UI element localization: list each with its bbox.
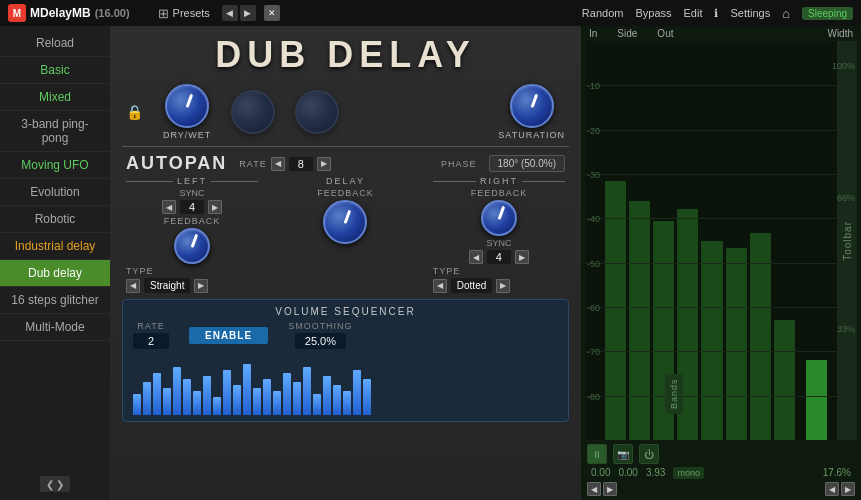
screenshot-button[interactable]: 📷 xyxy=(613,444,633,464)
nav-pair-right: ◀ ▶ xyxy=(825,482,855,496)
left-type-value[interactable]: Straight xyxy=(144,278,190,293)
sidebar-item-moving-ufo[interactable]: Moving UFO xyxy=(0,152,110,179)
rate-value[interactable]: 8 xyxy=(289,157,313,171)
left-feedback-knob[interactable] xyxy=(174,228,210,264)
seq-bar-22[interactable] xyxy=(353,370,361,415)
seq-bar-18[interactable] xyxy=(313,394,321,415)
seq-bar-16[interactable] xyxy=(293,382,301,415)
left-sync-value[interactable]: 4 xyxy=(180,200,204,214)
seq-bar-8[interactable] xyxy=(213,397,221,415)
right-header: RIGHT xyxy=(433,176,565,186)
bypass-button[interactable]: Bypass xyxy=(635,7,671,19)
seq-bar-23[interactable] xyxy=(363,379,371,415)
seq-bar-13[interactable] xyxy=(263,379,271,415)
rate-next-button[interactable]: ▶ xyxy=(317,157,331,171)
phase-value-button[interactable]: 180° (50.0%) xyxy=(489,155,565,172)
right-type-prev[interactable]: ◀ xyxy=(433,279,447,293)
right-sync-value-row: ◀ 4 ▶ xyxy=(433,250,565,264)
seq-bar-15[interactable] xyxy=(283,373,291,415)
presets-button[interactable]: ⊞ Presets xyxy=(158,6,210,21)
seq-bar-9[interactable] xyxy=(223,370,231,415)
nav-pair-left: ◀ ▶ xyxy=(587,482,617,496)
sidebar-scroll-button[interactable]: ❮ ❯ xyxy=(40,476,70,492)
edit-button[interactable]: Edit xyxy=(684,7,703,19)
seq-bar-19[interactable] xyxy=(323,376,331,415)
analyzer-nav-right[interactable]: ▶ xyxy=(603,482,617,496)
right-sync-prev[interactable]: ◀ xyxy=(469,250,483,264)
seq-bar-12[interactable] xyxy=(253,388,261,415)
right-sync-next[interactable]: ▶ xyxy=(515,250,529,264)
seq-bar-4[interactable] xyxy=(173,367,181,415)
home-icon[interactable]: ⌂ xyxy=(782,6,790,21)
seq-bar-20[interactable] xyxy=(333,385,341,415)
seq-bar-14[interactable] xyxy=(273,391,281,415)
left-type-next[interactable]: ▶ xyxy=(194,279,208,293)
seq-bar-3[interactable] xyxy=(163,388,171,415)
seq-bar-0[interactable] xyxy=(133,394,141,415)
seq-bar-10[interactable] xyxy=(233,385,241,415)
left-header: LEFT xyxy=(126,176,258,186)
sidebar-item-multimode[interactable]: Multi-Mode xyxy=(0,314,110,341)
grid-line-1 xyxy=(585,130,857,131)
knob-ghost-2[interactable] xyxy=(295,90,339,134)
saturation-knob[interactable] xyxy=(510,84,554,128)
sidebar-item-dub-delay[interactable]: Dub delay xyxy=(0,260,110,287)
power-button[interactable]: ⏻ xyxy=(639,444,659,464)
left-type-prev[interactable]: ◀ xyxy=(126,279,140,293)
seq-bar-7[interactable] xyxy=(203,376,211,415)
dry-wet-label: DRY/WET xyxy=(163,130,211,140)
seq-bar-11[interactable] xyxy=(243,364,251,415)
seq-bar-1[interactable] xyxy=(143,382,151,415)
seq-bar-17[interactable] xyxy=(303,367,311,415)
nav-prev-button[interactable]: ◀ xyxy=(222,5,238,21)
top-bar-right: Random Bypass Edit ℹ Settings ⌂ Sleeping xyxy=(582,6,853,21)
analyzer-nav-left2[interactable]: ◀ xyxy=(825,482,839,496)
top-bar: M MDelayMB (16.00) ⊞ Presets ◀ ▶ ✕ Rando… xyxy=(0,0,861,26)
sidebar-item-3band[interactable]: 3-band ping-pong xyxy=(0,111,110,152)
pause-button[interactable]: ⏸ xyxy=(587,444,607,464)
seq-bar-2[interactable] xyxy=(153,373,161,415)
random-button[interactable]: Random xyxy=(582,7,624,19)
seq-bar-6[interactable] xyxy=(193,391,201,415)
left-sync-row: SYNC xyxy=(126,188,258,198)
close-button[interactable]: ✕ xyxy=(264,5,280,21)
seq-rate-value[interactable]: 2 xyxy=(133,333,169,349)
nav-next-button[interactable]: ▶ xyxy=(240,5,256,21)
knob-ghost-1[interactable] xyxy=(231,90,275,134)
sidebar-item-basic[interactable]: Basic xyxy=(0,57,110,84)
sidebar-item-robotic[interactable]: Robotic xyxy=(0,206,110,233)
seq-smoothing-value[interactable]: 25.0% xyxy=(295,333,346,349)
grid-label-0: -10 xyxy=(587,81,600,91)
analyzer-controls-row: ⏸ 📷 ⏻ Bands xyxy=(587,444,855,464)
analyzer-nav-left[interactable]: ◀ xyxy=(587,482,601,496)
settings-button[interactable]: Settings xyxy=(730,7,770,19)
rate-prev-button[interactable]: ◀ xyxy=(271,157,285,171)
grid-line-0 xyxy=(585,85,857,86)
seq-bars xyxy=(133,355,558,415)
analyzer-values: 0.00 0.00 3.93 mono 17.6% xyxy=(587,467,855,479)
right-feedback-knob[interactable] xyxy=(481,200,517,236)
right-type-value[interactable]: Dotted xyxy=(451,278,492,293)
enable-button[interactable]: ENABLE xyxy=(189,327,268,344)
sidebar-item-reload[interactable]: Reload xyxy=(0,30,110,57)
left-sync-prev[interactable]: ◀ xyxy=(162,200,176,214)
grid-line-2 xyxy=(585,174,857,175)
analyzer-nav-right2[interactable]: ▶ xyxy=(841,482,855,496)
knobs-row: 🔒 DRY/WET SATURATION xyxy=(110,80,581,144)
sidebar-item-mixed[interactable]: Mixed xyxy=(0,84,110,111)
right-sync-value[interactable]: 4 xyxy=(487,250,511,264)
seq-bar-5[interactable] xyxy=(183,379,191,415)
sidebar-item-16steps[interactable]: 16 steps glitcher xyxy=(0,287,110,314)
dry-wet-knob[interactable] xyxy=(165,84,209,128)
sidebar-item-industrial[interactable]: Industrial delay xyxy=(0,233,110,260)
seq-bar-21[interactable] xyxy=(343,391,351,415)
seq-rate-param: RATE 2 xyxy=(133,321,169,349)
sidebar-item-evolution[interactable]: Evolution xyxy=(0,179,110,206)
center-feedback-knob[interactable] xyxy=(323,200,367,244)
info-button[interactable]: ℹ xyxy=(714,7,718,20)
grid-label-6: -70 xyxy=(587,347,600,357)
analyzer-bar-4 xyxy=(701,241,722,441)
right-line-2 xyxy=(522,181,565,182)
left-sync-next[interactable]: ▶ xyxy=(208,200,222,214)
right-type-next[interactable]: ▶ xyxy=(496,279,510,293)
